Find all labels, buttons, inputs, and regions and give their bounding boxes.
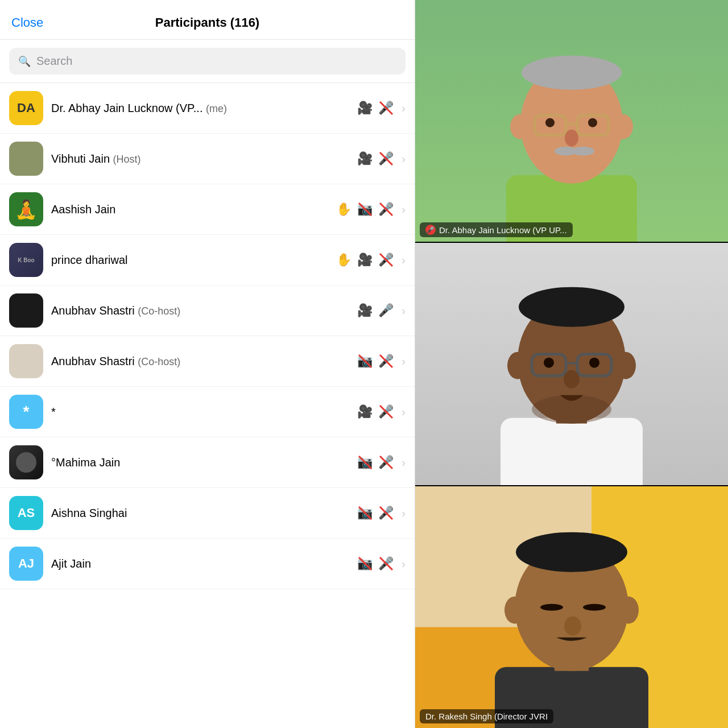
table-row[interactable]: DA Dr. Abhay Jain Lucknow (VP... (me) 🎥 … <box>0 83 415 134</box>
chevron-right-icon: › <box>402 406 406 419</box>
participant-role: (me) <box>206 103 227 114</box>
chevron-right-icon: › <box>402 102 406 115</box>
svg-line-1 <box>380 152 392 165</box>
participant-info: prince dhariwal <box>51 254 328 267</box>
controls: 🎥 🎤 › <box>357 101 406 115</box>
svg-line-4 <box>380 254 392 266</box>
mic-off-icon: 🎤 <box>378 202 394 217</box>
video-cell-2 <box>415 243 728 486</box>
svg-point-49 <box>583 603 606 610</box>
participant-info: Ajit Jain <box>51 557 349 570</box>
close-button[interactable]: Close <box>11 15 43 30</box>
chevron-right-icon: › <box>402 152 406 166</box>
video-frame-3 <box>415 486 728 728</box>
mic-off-icon: 🎤 <box>378 556 394 571</box>
svg-line-7 <box>380 406 392 418</box>
avatar: DA <box>9 91 43 125</box>
table-row[interactable]: 🧘 Aashish Jain ✋ 📷 🎤 › <box>0 184 415 235</box>
svg-line-3 <box>380 203 392 216</box>
avatar: K Boo <box>9 243 43 277</box>
table-row[interactable]: °Mahima Jain 📷 🎤 › <box>0 437 415 488</box>
search-box[interactable]: 🔍 Search <box>9 48 406 75</box>
camera-off-icon: 📷 <box>357 455 373 470</box>
panel-header: Close Participants (116) <box>0 0 415 40</box>
participant-role: (Co-host) <box>138 356 180 367</box>
video-label-3: Dr. Rakesh Singh (Director JVRI <box>420 709 553 723</box>
participant-name: * <box>51 406 56 418</box>
svg-point-37 <box>564 370 580 388</box>
table-row[interactable]: AJ Ajit Jain 📷 🎤 › <box>0 539 415 589</box>
camera-off-icon: 📷 <box>357 556 373 571</box>
svg-line-10 <box>359 507 371 519</box>
controls: 📷 🎤 › <box>357 455 406 470</box>
camera-icon: 🎥 <box>357 151 373 166</box>
controls: 🎥 🎤 › <box>357 151 406 166</box>
video-label-1: 🎤 Dr. Abhay Jain Lucknow (VP UP... <box>420 222 573 237</box>
svg-point-38 <box>507 352 528 379</box>
mic-off-icon: 🎤 <box>378 455 394 470</box>
table-row[interactable]: Vibhuti Jain (Host) 🎥 🎤 › <box>0 134 415 184</box>
raise-hand-icon: ✋ <box>336 202 351 217</box>
svg-point-48 <box>540 603 563 610</box>
participant-name: Anubhav Shastri (Co-host) <box>51 355 180 367</box>
participant-info: Anubhav Shastri (Co-host) <box>51 304 349 317</box>
controls: ✋ 📷 🎤 › <box>336 202 406 217</box>
chevron-right-icon: › <box>402 557 406 570</box>
video-name-1: Dr. Abhay Jain Lucknow (VP UP... <box>439 225 567 235</box>
svg-line-13 <box>380 557 392 570</box>
participant-name: prince dhariwal <box>51 254 128 266</box>
camera-icon: 🎥 <box>357 253 373 267</box>
mic-off-icon: 🎤 <box>378 101 394 115</box>
participants-list: DA Dr. Abhay Jain Lucknow (VP... (me) 🎥 … <box>0 83 415 728</box>
search-icon: 🔍 <box>18 55 31 68</box>
participant-name: °Mahima Jain <box>51 456 120 469</box>
camera-icon: 🎥 <box>357 404 373 419</box>
table-row[interactable]: Anubhav Shastri (Co-host) 📷 🎤 › <box>0 336 415 387</box>
svg-point-52 <box>618 596 639 623</box>
camera-off-icon: 📷 <box>357 202 373 217</box>
raise-hand-icon: ✋ <box>336 253 351 267</box>
avatar <box>9 293 43 328</box>
svg-line-12 <box>359 557 371 570</box>
avatar: 🧘 <box>9 192 43 226</box>
video-cell-1: 🎤 Dr. Abhay Jain Lucknow (VP UP... <box>415 0 728 243</box>
participant-name: Ajit Jain <box>51 557 91 570</box>
camera-off-icon: 📷 <box>357 506 373 520</box>
avatar: AS <box>9 496 43 530</box>
controls: 📷 🎤 › <box>357 506 406 520</box>
avatar <box>9 344 43 378</box>
participant-info: Aashish Jain <box>51 203 328 216</box>
participant-name: Vibhuti Jain (Host) <box>51 152 141 165</box>
svg-rect-28 <box>500 418 643 485</box>
person-video-2 <box>415 243 728 485</box>
svg-point-25 <box>572 147 594 156</box>
svg-line-11 <box>380 507 392 519</box>
svg-point-39 <box>615 352 636 379</box>
panel-title: Participants (116) <box>155 15 259 30</box>
svg-line-5 <box>359 355 371 367</box>
table-row[interactable]: AS Aishna Singhai 📷 🎤 › <box>0 488 415 539</box>
table-row[interactable]: Anubhav Shastri (Co-host) 🎥 🎤 › <box>0 286 415 336</box>
video-frame-2 <box>415 243 728 485</box>
search-placeholder: Search <box>36 55 72 68</box>
svg-point-50 <box>564 616 581 635</box>
participant-name: Aashish Jain <box>51 203 115 216</box>
svg-point-22 <box>588 118 597 127</box>
participant-info: Dr. Abhay Jain Lucknow (VP... (me) <box>51 102 349 115</box>
svg-line-9 <box>380 456 392 469</box>
participant-info: Anubhav Shastri (Co-host) <box>51 355 349 368</box>
avatar: AJ <box>9 547 43 581</box>
search-container: 🔍 Search <box>0 40 415 83</box>
svg-point-36 <box>589 358 599 368</box>
participant-info: * <box>51 406 349 419</box>
video-panel: 🎤 Dr. Abhay Jain Lucknow (VP UP... <box>415 0 728 728</box>
table-row[interactable]: K Boo prince dhariwal ✋ 🎥 🎤 › <box>0 235 415 286</box>
svg-line-2 <box>359 203 371 216</box>
controls: 📷 🎤 › <box>357 556 406 571</box>
svg-point-35 <box>544 358 554 368</box>
avatar <box>9 142 43 176</box>
avatar: * <box>9 395 43 429</box>
table-row[interactable]: * * 🎥 🎤 › <box>0 387 415 437</box>
camera-icon: 🎥 <box>357 303 373 318</box>
chevron-right-icon: › <box>402 203 406 216</box>
